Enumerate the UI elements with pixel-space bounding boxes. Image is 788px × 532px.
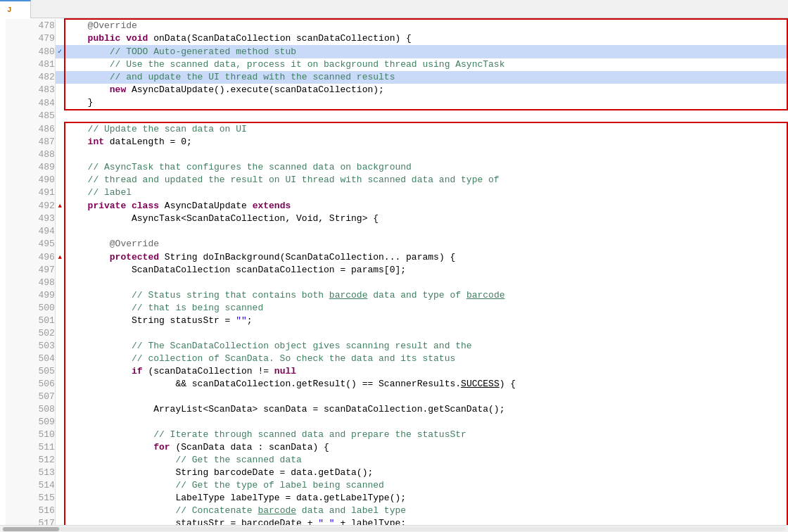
code-token: int xyxy=(88,137,104,147)
code-token xyxy=(65,84,109,95)
code-token: // and update the UI thread with the sca… xyxy=(65,72,395,82)
gutter-marker xyxy=(55,454,65,467)
gutter-marker xyxy=(55,186,65,199)
code-cell: @Override xyxy=(65,238,787,251)
code-token: statusStr = barcodeDate + xyxy=(65,518,318,525)
code-token: AsyncDataUpdate xyxy=(159,201,253,211)
code-cell: // Status string that contains both barc… xyxy=(65,289,787,302)
line-number: 516 xyxy=(6,505,55,517)
code-cell: new AsyncDataUpdate().execute(scanDataCo… xyxy=(65,84,787,96)
code-cell xyxy=(65,327,787,340)
code-token: data and type of xyxy=(367,290,466,300)
line-number: 511 xyxy=(6,441,55,454)
table-row: 504 // collection of ScanData. So check … xyxy=(6,353,787,365)
horizontal-scrollbar[interactable] xyxy=(0,525,788,532)
line-number: 492 xyxy=(6,199,55,213)
scrollbar-track xyxy=(3,527,785,531)
code-table: 478 @Override479 public void onData(Scan… xyxy=(6,18,788,525)
line-number: 478 xyxy=(6,19,55,32)
code-cell: if (scanDataCollection != null xyxy=(65,365,787,378)
scrollbar-thumb[interactable] xyxy=(3,527,59,531)
code-content[interactable]: 478 @Override479 public void onData(Scan… xyxy=(0,18,788,525)
code-token: (ScanData data : scanData) { xyxy=(170,442,329,452)
code-wrapper: 478 @Override479 public void onData(Scan… xyxy=(6,18,788,525)
gutter-marker xyxy=(55,136,65,148)
code-cell: public void onData(ScanDataCollection sc… xyxy=(65,32,787,45)
table-row: 480✓ // TODO Auto-generated method stub xyxy=(6,45,787,58)
table-row: 509 xyxy=(6,416,787,429)
line-number: 484 xyxy=(6,96,55,110)
code-cell: @Override xyxy=(65,19,787,32)
table-row: 481 // Use the scanned data, process it … xyxy=(6,58,787,71)
gutter-marker xyxy=(55,391,65,403)
code-cell: ScanDataCollection scanDataCollection = … xyxy=(65,264,787,277)
gutter-marker xyxy=(55,479,65,492)
line-number: 508 xyxy=(6,403,55,416)
table-row: 500 // that is being scanned xyxy=(6,302,787,315)
code-token: // AsyncTask that configures the scanned… xyxy=(65,162,411,172)
gutter-marker xyxy=(55,505,65,517)
line-number: 513 xyxy=(6,467,55,479)
line-number: 495 xyxy=(6,238,55,251)
gutter-marker xyxy=(55,277,65,289)
code-cell: // Get the scanned data xyxy=(65,454,787,467)
table-row: 506 && scanDataCollection.getResult() ==… xyxy=(6,378,787,391)
gutter-marker xyxy=(55,19,65,32)
code-token: SUCCESS xyxy=(461,379,500,389)
code-cell: LabelType labelType = data.getLabelType(… xyxy=(65,492,787,505)
code-token: } xyxy=(65,97,93,108)
line-number: 497 xyxy=(6,264,55,277)
code-cell: // The ScanDataCollection object gives s… xyxy=(65,340,787,353)
table-row: 505 if (scanDataCollection != null xyxy=(6,365,787,378)
code-token xyxy=(126,201,132,211)
code-token: protected xyxy=(110,252,159,262)
code-token: // collection of ScanData. So check the … xyxy=(65,353,455,364)
code-token: // The ScanDataCollection object gives s… xyxy=(65,341,471,351)
code-cell: // Use the scanned data, process it on b… xyxy=(65,58,787,71)
gutter-marker xyxy=(55,264,65,277)
code-token: public xyxy=(88,33,121,44)
code-cell: for (ScanData data : scanData) { xyxy=(65,441,787,454)
check-marker-icon: ✓ xyxy=(58,48,62,56)
gutter-marker xyxy=(55,32,65,45)
line-number: 509 xyxy=(6,416,55,429)
code-token: for xyxy=(153,442,170,452)
line-number: 517 xyxy=(6,517,55,525)
table-row: 485 xyxy=(6,110,787,122)
code-token: // label xyxy=(65,187,132,198)
table-row: 502 xyxy=(6,327,787,340)
table-row: 514 // Get the type of label being scann… xyxy=(6,479,787,492)
gutter-marker xyxy=(55,213,65,225)
code-token: AsyncDataUpdate().execute(scanDataCollec… xyxy=(126,84,384,95)
code-cell: statusStr = barcodeDate + " " + labelTyp… xyxy=(65,517,787,525)
line-number: 502 xyxy=(6,327,55,340)
code-token: // Iterate through scanned data and prep… xyxy=(65,429,466,440)
code-token xyxy=(65,252,109,262)
line-number: 515 xyxy=(6,492,55,505)
code-token: LabelType labelType = data.getLabelType(… xyxy=(65,493,406,503)
code-cell: // Concatenate barcode data and label ty… xyxy=(65,505,787,517)
code-token: barcode xyxy=(466,290,505,300)
code-token: new xyxy=(110,84,126,95)
code-token: ) { xyxy=(500,379,516,389)
code-token xyxy=(65,20,87,31)
table-row: 512 // Get the scanned data xyxy=(6,454,787,467)
tab-bar: J xyxy=(0,0,788,18)
code-token: // that is being scanned xyxy=(65,303,263,313)
table-row: 499 // Status string that contains both … xyxy=(6,289,787,302)
gutter-marker xyxy=(55,403,65,416)
code-cell xyxy=(65,391,787,403)
code-token: barcode xyxy=(329,290,368,300)
code-token: private xyxy=(88,201,127,211)
line-number: 507 xyxy=(6,391,55,403)
code-cell: // thread and updated the result on UI t… xyxy=(65,174,787,186)
line-number: 481 xyxy=(6,58,55,71)
code-token: // TODO Auto-generated method stub xyxy=(65,46,296,57)
triangle-marker-icon: ▲ xyxy=(58,203,61,210)
line-number: 514 xyxy=(6,479,55,492)
tab-main-activity[interactable]: J xyxy=(0,0,31,18)
code-cell: int dataLength = 0; xyxy=(65,136,787,148)
code-cell: // Get the type of label being scanned xyxy=(65,479,787,492)
table-row: 482 // and update the UI thread with the… xyxy=(6,71,787,84)
code-token: String doInBackground(ScanDataCollection… xyxy=(159,252,455,262)
